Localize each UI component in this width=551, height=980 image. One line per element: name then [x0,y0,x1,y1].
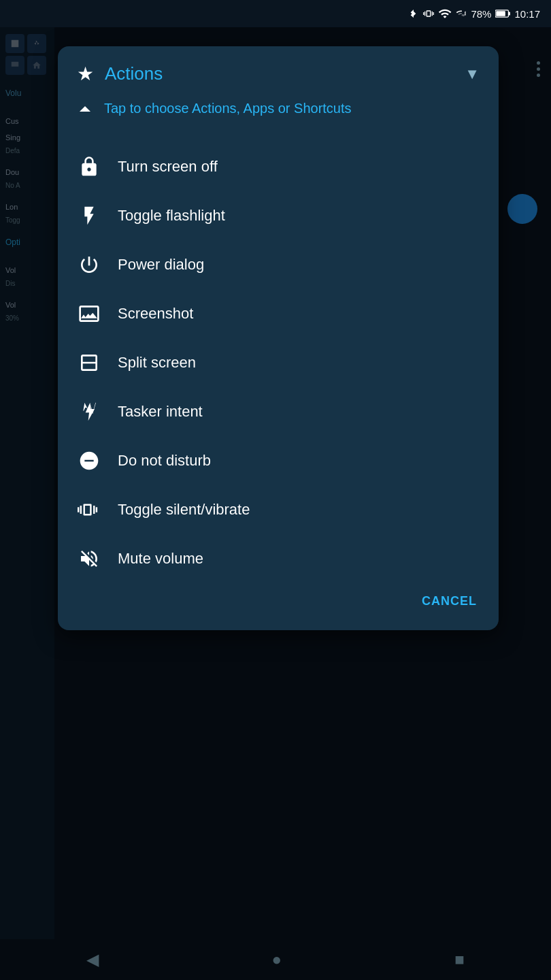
tap-to-choose-text: Tap to choose Actions, Apps or Shortcuts [104,99,352,118]
toggle-silent-label: Toggle silent/vibrate [118,501,250,519]
menu-item-toggle-silent[interactable]: Toggle silent/vibrate [58,485,499,534]
dialog-title: Actions [105,63,454,84]
battery-icon [495,9,510,18]
power-dialog-label: Power dialog [118,256,204,274]
menu-item-split-screen[interactable]: Split screen [58,338,499,387]
status-icons: 78% 10:17 [408,7,540,20]
mute-volume-label: Mute volume [118,550,203,568]
flashlight-icon [77,203,101,228]
svg-rect-2 [497,11,506,16]
tasker-intent-label: Tasker intent [118,403,203,421]
chevron-down-icon[interactable]: ▼ [465,65,480,83]
time-display: 10:17 [514,8,540,20]
menu-item-turn-screen-off[interactable]: Turn screen off [58,142,499,191]
screenshot-icon [77,301,101,326]
screenshot-label: Screenshot [118,305,193,323]
svg-rect-1 [509,12,511,15]
menu-item-do-not-disturb[interactable]: Do not disturb [58,436,499,485]
menu-item-screenshot[interactable]: Screenshot [58,289,499,338]
dialog-footer: CANCEL [58,583,499,619]
do-not-disturb-label: Do not disturb [118,452,211,470]
bluetooth-icon [408,7,419,20]
mute-icon [77,546,101,571]
actions-dialog: ★ Actions ▼ Tap to choose Actions, Apps … [58,46,499,630]
menu-item-tasker-intent[interactable]: Tasker intent [58,387,499,436]
menu-item-mute-volume[interactable]: Mute volume [58,534,499,583]
split-screen-icon [77,350,101,375]
power-icon [77,252,101,277]
dialog-header: ★ Actions ▼ [58,63,499,99]
status-bar: 78% 10:17 [0,0,551,27]
vibrate-icon [423,7,434,20]
split-screen-label: Split screen [118,354,196,372]
cancel-button[interactable]: CANCEL [419,589,480,614]
signal-icon [456,7,467,20]
tap-to-choose-section[interactable]: Tap to choose Actions, Apps or Shortcuts [58,99,499,142]
wifi-icon [438,7,452,20]
dnd-icon [77,448,101,473]
battery-percent: 78% [471,8,491,20]
menu-item-toggle-flashlight[interactable]: Toggle flashlight [58,191,499,240]
turn-screen-off-label: Turn screen off [118,158,218,176]
tasker-icon [77,399,101,424]
lock-icon [77,154,101,179]
menu-item-power-dialog[interactable]: Power dialog [58,240,499,289]
vibrate-mode-icon [77,497,101,522]
star-icon: ★ [77,63,94,85]
toggle-flashlight-label: Toggle flashlight [118,207,225,225]
arrow-up-icon [77,100,93,123]
